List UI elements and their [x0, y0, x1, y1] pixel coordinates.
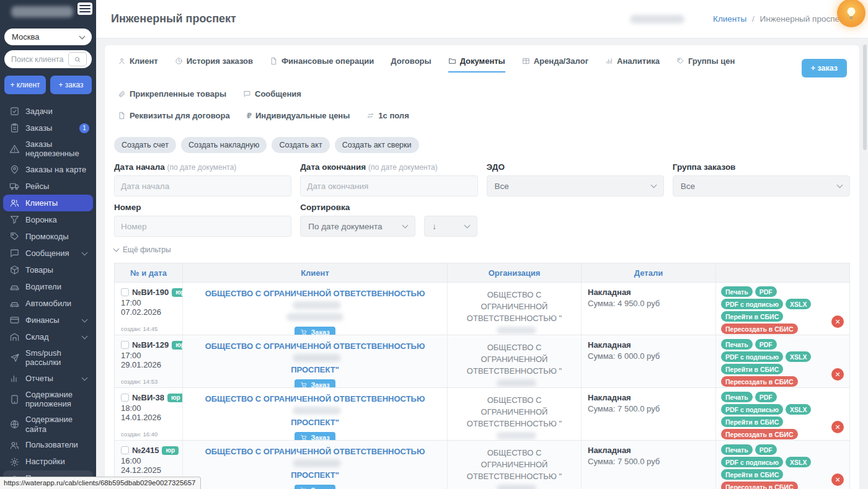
sidebar-item-funnel[interactable]: Воронка: [3, 211, 93, 228]
order-badge[interactable]: Заказ: [294, 327, 335, 335]
tab-contract-requisites[interactable]: Реквизиты для договора: [118, 111, 230, 127]
more-filters-toggle[interactable]: Ещё фильтры: [114, 245, 850, 254]
goto-sbis-badge[interactable]: Перейти в СБИС: [721, 416, 783, 427]
sidebar-item-finance[interactable]: Финансы: [3, 312, 93, 328]
sidebar-item-warehouse[interactable]: Склад: [3, 328, 93, 345]
client-search-input[interactable]: [11, 55, 68, 64]
sort-field-select[interactable]: По дате документа: [300, 216, 415, 237]
client-link[interactable]: ОБЩЕСТВО С ОГРАНИЧЕННОЙ ОТВЕТСТВЕННОСТЬЮ: [205, 447, 425, 456]
xslx-badge[interactable]: XSLX: [786, 351, 811, 362]
sidebar-item-users[interactable]: Пользователи: [3, 437, 93, 454]
sidebar-item-cars[interactable]: Автомобили: [3, 295, 93, 312]
tab-rent-deposit[interactable]: Аренда/Залог: [522, 56, 588, 73]
order-badge[interactable]: Заказ: [294, 432, 335, 440]
recreate-sbis-badge[interactable]: Пересоздать в СБИС: [721, 482, 798, 489]
delete-document-button[interactable]: [831, 368, 844, 381]
breadcrumb-clients-link[interactable]: Клиенты: [713, 14, 746, 24]
row-checkbox[interactable]: [121, 446, 129, 454]
scrollbar[interactable]: [862, 0, 868, 489]
pdf-badge[interactable]: PDF: [755, 339, 777, 350]
tab-messages[interactable]: Сообщения: [243, 89, 301, 105]
client-link[interactable]: ОБЩЕСТВО С ОГРАНИЧЕННОЙ ОТВЕТСТВЕННОСТЬЮ: [205, 341, 425, 351]
tab-1c-fields[interactable]: 1с поля: [366, 111, 409, 127]
create-reconciliation-act-chip[interactable]: Создать акт сверки: [335, 137, 419, 153]
create-waybill-chip[interactable]: Создать накладную: [181, 137, 267, 153]
pdf-signed-badge[interactable]: PDF с подписью: [721, 404, 783, 415]
delete-document-button[interactable]: [831, 421, 844, 433]
tab-order-history[interactable]: История заказов: [175, 56, 253, 73]
create-act-chip[interactable]: Создать акт: [272, 137, 329, 153]
order-badge[interactable]: Заказ: [294, 379, 335, 387]
sidebar-item-orders-on-map[interactable]: Заказы на карте: [3, 161, 93, 178]
sidebar-item-tasks[interactable]: Задачи: [3, 103, 93, 120]
create-invoice-chip[interactable]: Создать счет: [114, 137, 176, 153]
sidebar-item-goods[interactable]: Товары: [3, 262, 93, 278]
recreate-sbis-badge[interactable]: Пересоздать в СБИС: [721, 324, 798, 334]
xslx-badge[interactable]: XSLX: [786, 299, 811, 309]
scrollbar-thumb[interactable]: [863, 45, 867, 150]
row-checkbox[interactable]: [121, 341, 129, 349]
chart-icon: [605, 57, 613, 65]
tab-financial-operations[interactable]: Финансовые операции: [270, 56, 374, 73]
row-checkbox[interactable]: [121, 288, 129, 296]
date-end-input[interactable]: [300, 175, 477, 196]
print-badge[interactable]: Печать: [721, 339, 753, 350]
xslx-badge[interactable]: XSLX: [786, 457, 811, 467]
tab-contracts[interactable]: Договоры: [391, 56, 431, 73]
page-title: Инженерный проспект: [111, 12, 236, 25]
goto-sbis-badge[interactable]: Перейти в СБИС: [721, 469, 783, 480]
client-link[interactable]: ОБЩЕСТВО С ОГРАНИЧЕННОЙ ОТВЕТСТВЕННОСТЬЮ: [205, 289, 425, 298]
print-badge[interactable]: Печать: [721, 286, 753, 297]
goto-sbis-badge[interactable]: Перейти в СБИС: [721, 364, 783, 374]
delete-document-button[interactable]: [831, 474, 844, 486]
goto-sbis-badge[interactable]: Перейти в СБИС: [721, 311, 783, 322]
pdf-badge[interactable]: PDF: [755, 444, 777, 455]
delete-document-button[interactable]: [831, 315, 844, 328]
city-select[interactable]: Москва: [4, 29, 92, 45]
add-client-button[interactable]: + клиент: [4, 76, 46, 94]
tab-price-groups[interactable]: Группы цен: [676, 56, 735, 73]
sidebar-item-trips[interactable]: Рейсы: [3, 178, 93, 195]
add-order-button[interactable]: + заказ: [50, 76, 92, 94]
sidebar-item-reports[interactable]: Отчеты: [3, 370, 93, 387]
date-start-input[interactable]: [114, 175, 291, 196]
client-link[interactable]: ОБЩЕСТВО С ОГРАНИЧЕННОЙ ОТВЕТСТВЕННОСТЬЮ: [205, 394, 425, 403]
sidebar-item-promocodes[interactable]: Промокоды: [3, 228, 93, 245]
print-badge[interactable]: Печать: [721, 444, 753, 455]
client-link-line2[interactable]: ПРОСПЕКТ": [291, 365, 339, 374]
client-link-line2[interactable]: ПРОСПЕКТ": [291, 470, 339, 480]
xslx-badge[interactable]: XSLX: [786, 404, 811, 415]
sidebar-item-sms-push[interactable]: Sms/push рассылки: [3, 345, 93, 370]
sidebar-item-app-content[interactable]: Содержание приложения: [3, 387, 93, 412]
sidebar-item-orders[interactable]: Заказы 1: [3, 120, 93, 136]
pdf-badge[interactable]: PDF: [755, 286, 777, 297]
sidebar-item-messages[interactable]: Сообщения: [3, 245, 93, 262]
pdf-signed-badge[interactable]: PDF с подписью: [721, 299, 783, 309]
tab-analytics[interactable]: Аналитика: [605, 56, 660, 73]
tab-individual-prices[interactable]: ₽ Индивидуальные цены: [247, 111, 350, 127]
sidebar-item-orders-undelivered[interactable]: Заказы недовезенные: [3, 136, 93, 161]
recreate-sbis-badge[interactable]: Пересоздать в СБИС: [721, 429, 798, 439]
menu-toggle-button[interactable]: [78, 2, 92, 15]
order-badge[interactable]: Заказ: [294, 485, 335, 489]
client-link-line2[interactable]: ПРОСПЕКТ": [291, 418, 339, 427]
search-button[interactable]: [68, 52, 87, 66]
sidebar-item-site-content[interactable]: Содержание сайта: [3, 412, 93, 437]
pdf-signed-badge[interactable]: PDF с подписью: [721, 351, 783, 362]
recreate-sbis-badge[interactable]: Пересоздать в СБИС: [721, 376, 798, 387]
sidebar-item-settings[interactable]: Настройки: [3, 454, 93, 470]
sort-direction-select[interactable]: ↓: [424, 216, 477, 237]
sidebar-item-clients[interactable]: Клиенты: [3, 195, 93, 211]
tab-attached-goods[interactable]: Прикрепленные товары: [118, 89, 226, 105]
tab-client[interactable]: Клиент: [118, 56, 158, 73]
print-badge[interactable]: Печать: [721, 392, 753, 402]
order-group-select[interactable]: Все: [673, 175, 850, 196]
tab-documents[interactable]: Документы: [448, 56, 505, 73]
row-checkbox[interactable]: [121, 394, 129, 402]
sidebar-item-drivers[interactable]: Водители: [3, 278, 93, 295]
new-order-button[interactable]: + заказ: [802, 59, 847, 77]
pdf-badge[interactable]: PDF: [755, 392, 777, 402]
edo-select[interactable]: Все: [487, 175, 664, 196]
number-input[interactable]: [114, 216, 291, 237]
pdf-signed-badge[interactable]: PDF с подписью: [721, 457, 783, 467]
